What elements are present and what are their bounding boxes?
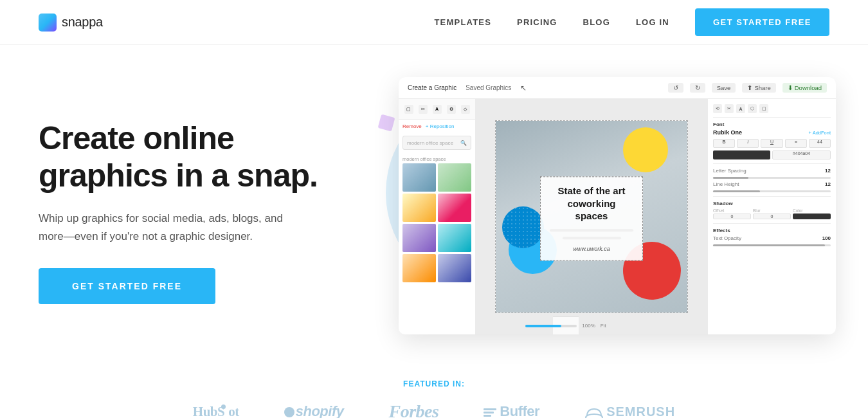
zoom-track[interactable] [525, 325, 577, 327]
canvas-textbox[interactable]: State of the art coworking spaces www.uw… [540, 176, 643, 260]
nav-login[interactable]: LOG IN [636, 17, 669, 27]
nav-cta-button[interactable]: GET STARTED FREE [695, 8, 829, 36]
pr-icon-2[interactable]: ✂ [725, 104, 734, 113]
buffer-icon [484, 408, 496, 417]
pr-italic-btn[interactable]: I [737, 139, 759, 148]
logo-hubspot[interactable]: HubS​​​ot [193, 404, 239, 419]
share-icon: ⬆ [747, 84, 752, 91]
svg-point-0 [586, 414, 602, 418]
pr-color-swatch[interactable] [713, 150, 770, 159]
app-topbar: Create a Graphic Saved Graphics ↖ ↺ ↻ Sa… [399, 77, 836, 99]
pr-icon-4[interactable]: ⬡ [748, 104, 757, 113]
tool-shapes[interactable]: ◇ [461, 105, 470, 114]
img-thumb-1[interactable] [402, 163, 436, 192]
tool-more[interactable]: ⚙ [447, 105, 456, 114]
pr-blur-val[interactable]: 0 [753, 214, 791, 219]
pr-divider-1 [713, 117, 831, 118]
pr-icon-3[interactable]: A [736, 104, 745, 113]
featured-label: Featured In: [39, 379, 829, 388]
pr-line-height-label: Line Height [713, 181, 739, 187]
nav-templates[interactable]: TEMPLATES [434, 17, 491, 27]
logo-text: snappa [62, 15, 103, 30]
pr-letter-fill [713, 177, 748, 179]
pr-font-size[interactable]: 44 [809, 139, 831, 148]
app-window: Create a Graphic Saved Graphics ↖ ↺ ↻ Sa… [399, 77, 836, 334]
topbar-save-btn[interactable]: Save [712, 83, 736, 93]
img-thumb-8[interactable] [438, 254, 471, 282]
shape-dots-circle [502, 206, 544, 248]
pr-underline-btn[interactable]: U [761, 139, 782, 148]
pr-opacity-slider [713, 244, 831, 246]
img-thumb-6[interactable] [438, 224, 471, 252]
tool-crop[interactable]: ✂ [419, 105, 428, 114]
logo-shopify[interactable]: shopify [284, 403, 344, 418]
pr-line-track[interactable] [713, 190, 831, 192]
pr-opacity-track[interactable] [713, 244, 831, 246]
topbar-actions: ↺ ↻ Save ⬆ Share ⬇ Download [668, 83, 827, 93]
pr-line-height-row: Line Height 12 [713, 181, 831, 187]
semrush-icon [584, 406, 604, 418]
pr-add-font[interactable]: + AddFont [809, 130, 831, 136]
img-thumb-7[interactable] [402, 254, 436, 282]
pr-color-value[interactable]: #404a04 [772, 150, 831, 159]
zoom-track-wrap [525, 325, 577, 327]
topbar-redo[interactable]: ↻ [690, 83, 705, 93]
pr-text-opacity-val: 100 [822, 235, 831, 241]
reposition-btn[interactable]: + Reposition [426, 123, 455, 129]
topbar-undo[interactable]: ↺ [668, 83, 683, 93]
menu-create[interactable]: Create a Graphic [408, 84, 457, 91]
pr-line-slider [713, 190, 831, 192]
canvas-area[interactable]: State of the art coworking spaces www.uw… [495, 120, 688, 313]
pr-letter-track[interactable] [713, 177, 831, 179]
pr-text-opacity-row: Text Opacity 100 [713, 235, 831, 241]
hero-left: Create online graphics in a snap. Whip u… [39, 120, 321, 304]
zoom-level: 100% [582, 323, 595, 329]
pr-bold-btn[interactable]: B [713, 139, 735, 148]
panel-right: ⟲ ✂ A ⬡ ▢ Font Rubik One + AddFont B I [707, 99, 836, 334]
app-topbar-left: Create a Graphic Saved Graphics ↖ [408, 84, 527, 93]
topbar-download-btn[interactable]: ⬇ Download [782, 83, 827, 93]
pr-line-fill [713, 190, 760, 192]
logo-buffer[interactable]: Buffer [484, 403, 539, 418]
pr-blur-label: Blur [753, 208, 791, 213]
pr-icon-5[interactable]: ▢ [759, 104, 768, 113]
pr-color-label: Color [793, 208, 831, 213]
zoom-fill [525, 325, 561, 327]
pr-shadow-section: Shadow [713, 201, 831, 206]
logo-icon [39, 14, 57, 32]
search-bar[interactable]: modern office space 🔍 [402, 136, 471, 150]
search-label: modern office space [399, 154, 475, 163]
tool-text[interactable]: A [433, 105, 442, 114]
logo[interactable]: snappa [39, 14, 103, 32]
pr-align-btn[interactable]: ≡ [785, 139, 807, 148]
tool-select[interactable]: ▢ [404, 105, 413, 114]
img-thumb-3[interactable] [402, 194, 436, 222]
navbar: snappa TEMPLATES PRICING BLOG LOG IN GET… [0, 0, 868, 45]
pr-offset-val[interactable]: 0 [713, 214, 751, 219]
remove-btn[interactable]: Remove [402, 123, 422, 129]
pr-font-row: Rubik One + AddFont [713, 129, 831, 136]
logo-forbes[interactable]: Forbes [388, 401, 439, 418]
img-thumb-2[interactable] [438, 163, 471, 192]
pr-shadow-color[interactable] [793, 214, 831, 219]
action-row: Remove + Reposition [399, 120, 475, 132]
logo-semrush[interactable]: SEMRUSH [584, 404, 675, 419]
nav-pricing[interactable]: PRICING [517, 17, 557, 27]
hero-cta-button[interactable]: GET STARTED FREE [39, 268, 215, 304]
canvas-subtitle-line2 [563, 237, 621, 239]
nav-blog[interactable]: BLOG [583, 17, 610, 27]
menu-saved[interactable]: Saved Graphics [466, 84, 511, 91]
hero-visual: Create a Graphic Saved Graphics ↖ ↺ ↻ Sa… [347, 77, 829, 347]
pr-font-section: Font [713, 122, 831, 127]
pr-divider-4 [713, 223, 831, 224]
pr-icon-1[interactable]: ⟲ [713, 104, 722, 113]
pr-font-size-row: B I U ≡ 44 [713, 139, 831, 148]
img-thumb-5[interactable] [402, 224, 436, 252]
image-grid [399, 163, 475, 286]
img-thumb-4[interactable] [438, 194, 471, 222]
zoom-fit[interactable]: Fit [601, 323, 606, 329]
pr-letter-spacing-val: 12 [825, 168, 831, 174]
deco-square-1 [378, 114, 395, 132]
topbar-share-btn[interactable]: ⬆ Share [742, 83, 775, 93]
panel-left: ▢ ✂ A ⚙ ◇ Remove + Reposition modern off… [399, 99, 476, 334]
